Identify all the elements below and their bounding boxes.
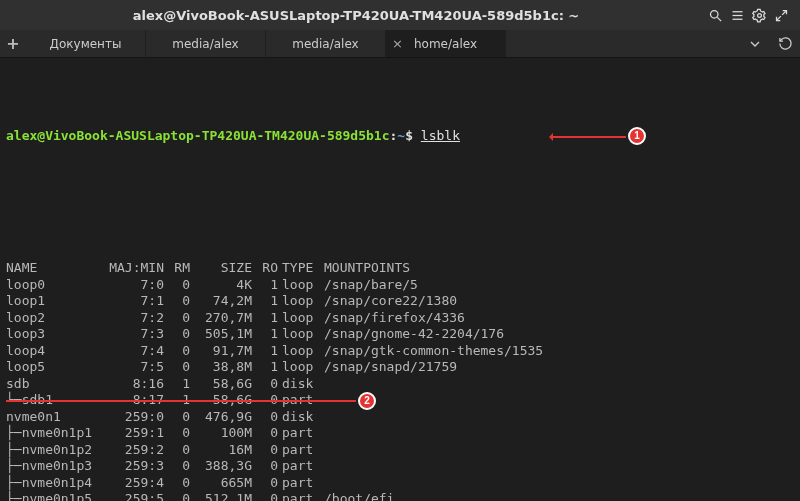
- tab[interactable]: media/alex: [146, 30, 266, 57]
- command-lsblk: lsblk: [421, 128, 460, 143]
- maximize-icon[interactable]: [770, 4, 792, 26]
- prompt-path: ~: [397, 128, 405, 143]
- tab-label: media/alex: [172, 37, 238, 51]
- tab[interactable]: Документы: [26, 30, 146, 57]
- lsblk-row: ├─nvme0n1p5259:50512,1M0part/boot/efi: [6, 491, 621, 501]
- search-icon[interactable]: [704, 4, 726, 26]
- lsblk-table: NAMEMAJ:MINRMSIZEROTYPEMOUNTPOINTSloop07…: [6, 260, 621, 501]
- tab[interactable]: media/alex: [266, 30, 386, 57]
- lsblk-row: sdb8:16158,6G0disk: [6, 376, 621, 393]
- lsblk-row: loop27:20270,7M1loop/snap/firefox/4336: [6, 310, 621, 327]
- window-title: alex@VivoBook-ASUSLaptop-TP420UA-TM420UA…: [133, 8, 580, 23]
- lsblk-row: loop57:5038,8M1loop/snap/snapd/21759: [6, 359, 621, 376]
- prompt-line-1: alex@VivoBook-ASUSLaptop-TP420UA-TM420UA…: [6, 128, 794, 194]
- lsblk-row: loop07:004K1loop/snap/bare/5: [6, 277, 621, 294]
- lsblk-header-row: NAMEMAJ:MINRMSIZEROTYPEMOUNTPOINTS: [6, 260, 621, 277]
- tab-label: home/alex: [414, 37, 477, 51]
- tab-label: media/alex: [292, 37, 358, 51]
- settings-icon[interactable]: [748, 4, 770, 26]
- lsblk-row: ├─nvme0n1p1259:10100M0part: [6, 425, 621, 442]
- svg-point-0: [710, 10, 718, 18]
- refresh-icon[interactable]: [770, 30, 800, 57]
- lsblk-row: loop37:30505,1M1loop/snap/gnome-42-2204/…: [6, 326, 621, 343]
- terminal-output[interactable]: alex@VivoBook-ASUSLaptop-TP420UA-TM420UA…: [0, 58, 800, 501]
- close-icon[interactable]: ×: [392, 36, 403, 51]
- tab-label: Документы: [50, 37, 122, 51]
- tab-overflow-icon[interactable]: [740, 30, 770, 57]
- new-tab-button[interactable]: +: [0, 30, 26, 57]
- lsblk-row: ├─nvme0n1p2259:2016M0part: [6, 442, 621, 459]
- lsblk-row: ├─nvme0n1p4259:40665M0part: [6, 475, 621, 492]
- lsblk-row: └─sdb18:17158,6G0part2: [6, 392, 621, 409]
- lsblk-row: ├─nvme0n1p3259:30388,3G0part: [6, 458, 621, 475]
- menu-icon[interactable]: [726, 4, 748, 26]
- lsblk-row: loop17:1074,2M1loop/snap/core22/1380: [6, 293, 621, 310]
- svg-point-5: [757, 13, 761, 17]
- tab-bar: + Документыmedia/alexmedia/alex×home/ale…: [0, 30, 800, 58]
- svg-line-1: [717, 17, 721, 21]
- lsblk-row: loop47:4091,7M1loop/snap/gtk-common-them…: [6, 343, 621, 360]
- annotation-highlight-line: [6, 400, 356, 402]
- annotation-badge-2: 2: [358, 392, 376, 410]
- annotation-badge-1: 1: [628, 127, 646, 145]
- window-titlebar: alex@VivoBook-ASUSLaptop-TP420UA-TM420UA…: [0, 0, 800, 30]
- annotation-arrow-1: [551, 136, 626, 138]
- lsblk-row: nvme0n1259:00476,9G0disk: [6, 409, 621, 426]
- tab[interactable]: ×home/alex: [386, 30, 506, 57]
- prompt-user-host: alex@VivoBook-ASUSLaptop-TP420UA-TM420UA…: [6, 128, 390, 143]
